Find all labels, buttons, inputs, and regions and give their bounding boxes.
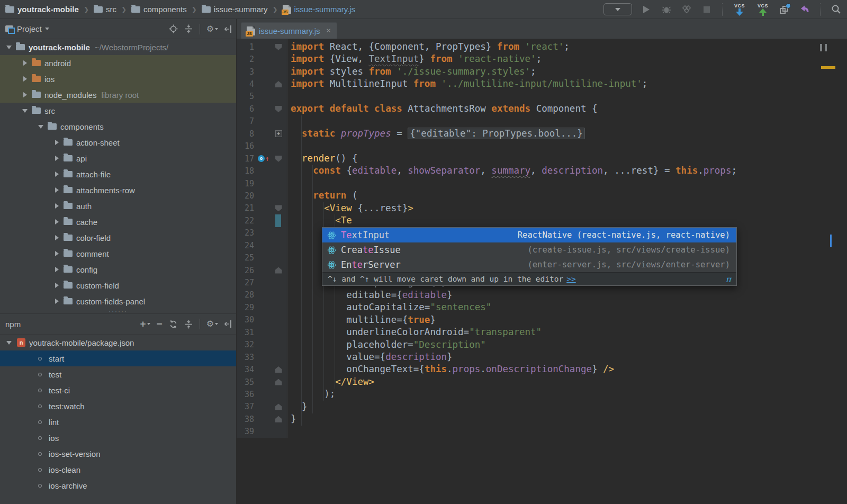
code-line-34[interactable]: 34 onChangeText={this.props.onDescriptio… — [237, 363, 847, 375]
code-line-1[interactable]: 1import React, {Component, PropTypes} fr… — [237, 41, 847, 53]
chevron-right-icon[interactable] — [53, 235, 60, 240]
code-line-6[interactable]: 6export default class AttachmentsRow ext… — [237, 103, 847, 115]
stop-button[interactable] — [701, 3, 713, 16]
debug-button[interactable] — [661, 3, 672, 16]
tree-item-components[interactable]: components — [0, 119, 236, 134]
chevron-down-icon[interactable] — [5, 341, 13, 345]
npm-script-ios-clean[interactable]: ios-clean — [0, 462, 236, 478]
remove-script-button[interactable]: − — [157, 320, 163, 328]
chevron-right-icon[interactable] — [53, 283, 60, 288]
chevron-right-icon[interactable] — [21, 92, 29, 97]
locate-file-icon[interactable] — [169, 24, 178, 33]
npm-script-lint[interactable]: lint — [0, 414, 236, 430]
code-line-20[interactable]: 20 return ( — [237, 190, 847, 202]
code-line-22[interactable]: 22 <Te — [237, 214, 847, 227]
tree-item-config[interactable]: config — [0, 262, 236, 277]
npm-script-ios-archive[interactable]: ios-archive — [0, 478, 236, 493]
npm-script-test-ci[interactable]: test-ci — [0, 382, 236, 398]
tree-item-action-sheet[interactable]: action-sheet — [0, 134, 236, 150]
completion-item-EnterServer[interactable]: EnterServer(enter-server.js, src/views/e… — [322, 257, 736, 272]
npm-script-test[interactable]: test — [0, 366, 236, 382]
chevron-right-icon[interactable] — [53, 251, 60, 256]
run-button[interactable] — [641, 3, 652, 16]
chevron-right-icon[interactable] — [21, 60, 29, 66]
code-line-39[interactable]: 39 — [237, 426, 847, 438]
code-line-5[interactable]: 5 — [237, 91, 847, 103]
code-line-33[interactable]: 33 value={description} — [237, 351, 847, 363]
collapse-all-icon[interactable] — [184, 24, 193, 33]
folded-region[interactable]: {"editable": PropTypes.bool...} — [408, 128, 585, 139]
code-line-29[interactable]: 29 autoCapitalize="sentences" — [237, 301, 847, 313]
completion-item-CreateIssue[interactable]: CreateIssue(create-issue.js, src/views/c… — [322, 242, 736, 257]
project-panel-title[interactable]: Project — [17, 24, 42, 33]
tree-item-android[interactable]: android — [0, 55, 236, 71]
chevron-right-icon[interactable] — [53, 156, 60, 161]
code-line-38[interactable]: 38} — [237, 413, 847, 425]
chevron-right-icon[interactable] — [53, 172, 60, 177]
code-line-36[interactable]: 36 ); — [237, 388, 847, 400]
npm-script-ios[interactable]: ios — [0, 430, 236, 446]
settings-button[interactable]: ⚙ — [206, 25, 218, 33]
chevron-right-icon[interactable] — [53, 203, 60, 209]
chevron-down-icon[interactable] — [37, 125, 44, 129]
npm-script-test:watch[interactable]: test:watch — [0, 398, 236, 414]
editor-tab[interactable]: JS issue-summary.js ✕ — [241, 22, 337, 39]
code-line-18[interactable]: 18 const {editable, showSeparator, summa… — [237, 165, 847, 177]
fold-marker[interactable] — [273, 403, 284, 410]
npm-script-ios-set-version[interactable]: ios-set-version — [0, 446, 236, 462]
tree-item-auth[interactable]: auth — [0, 198, 236, 214]
fold-marker[interactable]: + — [273, 130, 284, 137]
fold-marker[interactable] — [273, 366, 284, 373]
chevron-right-icon[interactable] — [53, 187, 60, 193]
vcs-commit-button[interactable]: VCS — [755, 2, 770, 17]
fold-marker[interactable] — [273, 44, 284, 50]
close-icon[interactable]: ✕ — [326, 27, 331, 34]
npm-script-start[interactable]: start — [0, 350, 236, 366]
breadcrumb-item[interactable]: JSissue-summary.js — [283, 5, 356, 14]
code-line-31[interactable]: 31 underlineColorAndroid="transparent" — [237, 326, 847, 338]
fold-marker[interactable] — [273, 267, 284, 274]
tree-item-youtrack-mobile[interactable]: youtrack-mobile~/WebstormProjects/ — [0, 39, 236, 55]
code-line-30[interactable]: 30 multiline={true} — [237, 314, 847, 326]
code-line-28[interactable]: 28 editable={editable} — [237, 289, 847, 301]
completion-item-TextInput[interactable]: TextInputReactNative (react-native.js, r… — [322, 228, 736, 242]
local-changes-button[interactable] — [779, 3, 790, 16]
chevron-down-icon[interactable] — [45, 28, 49, 30]
tree-item-attachments-row[interactable]: attachments-row — [0, 182, 236, 198]
warning-stripe-mark[interactable] — [821, 66, 835, 69]
hint-link[interactable]: >> — [566, 275, 575, 283]
breadcrumb-item[interactable]: issue-summary — [202, 5, 268, 14]
code-line-8[interactable]: 8+ static propTypes = {"editable": PropT… — [237, 128, 847, 140]
tree-item-ios[interactable]: ios — [0, 71, 236, 87]
code-line-3[interactable]: 3import styles from './issue-summary.sty… — [237, 66, 847, 78]
reload-scripts-icon[interactable] — [169, 320, 178, 329]
fold-marker[interactable] — [273, 205, 284, 211]
code-line-2[interactable]: 2import {View, TextInput} from 'react-na… — [237, 53, 847, 65]
fold-marker[interactable] — [273, 379, 284, 385]
chevron-right-icon[interactable] — [53, 140, 60, 145]
tree-item-cache[interactable]: cache — [0, 214, 236, 230]
code-line-37[interactable]: 37 } — [237, 401, 847, 413]
code-line-21[interactable]: 21 <View {...rest}> — [237, 202, 847, 214]
settings-button[interactable]: ⚙ — [206, 320, 218, 328]
tree-item-src[interactable]: src — [0, 103, 236, 119]
add-script-button[interactable]: + — [140, 320, 150, 328]
fold-marker[interactable] — [273, 156, 284, 162]
panel-splitter[interactable]: ······ — [0, 309, 236, 313]
code-line-19[interactable]: 19 — [237, 177, 847, 190]
tree-item-api[interactable]: api — [0, 150, 236, 166]
breadcrumb-item[interactable]: youtrack-mobile — [5, 5, 79, 14]
undo-button[interactable] — [799, 3, 810, 16]
code-line-7[interactable]: 7 — [237, 115, 847, 128]
code-line-32[interactable]: 32 placeholder="Description" — [237, 339, 847, 351]
fold-marker[interactable] — [273, 106, 284, 112]
chevron-right-icon[interactable] — [21, 76, 29, 82]
coverage-button[interactable] — [681, 3, 692, 16]
tree-item-color-field[interactable]: color-field — [0, 230, 236, 246]
chevron-right-icon[interactable] — [53, 219, 60, 224]
code-line-4[interactable]: 4import MultilineInput from '../multilin… — [237, 78, 847, 90]
override-method-icon[interactable]: o↑ — [254, 155, 273, 162]
chevron-right-icon[interactable] — [53, 299, 60, 304]
tree-item-node_modules[interactable]: node_moduleslibrary root — [0, 87, 236, 103]
tree-item-comment[interactable]: comment — [0, 246, 236, 262]
